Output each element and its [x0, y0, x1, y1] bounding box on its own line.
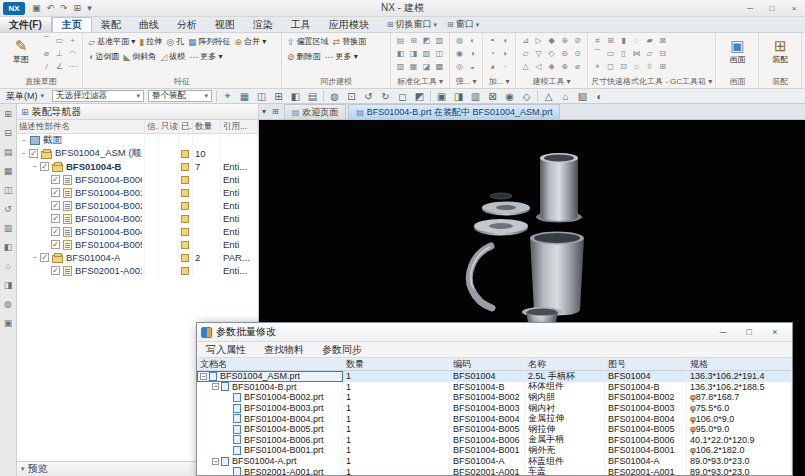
- navigator-column-header-5[interactable]: 引用...: [221, 120, 258, 133]
- constraint-navigator-icon[interactable]: ⊟: [2, 126, 15, 139]
- ribbon-button-delete-face[interactable]: ⊘删除面: [285, 49, 323, 64]
- ribbon-small-tool-standard-tools-10[interactable]: ◫: [433, 47, 446, 60]
- ribbon-small-tool-modeling-tools-3[interactable]: ▷: [532, 34, 545, 47]
- component-checkbox[interactable]: ✓: [51, 175, 60, 184]
- ribbon-small-tool-modeling-tools-6[interactable]: ◆: [545, 34, 558, 47]
- ribbon-small-tool-gc-dimension-tools-3[interactable]: ⊞: [604, 34, 617, 47]
- ribbon-small-tool-gc-dimension-tools-4[interactable]: ▭: [604, 47, 617, 60]
- minimize-button[interactable]: ─: [739, 1, 761, 16]
- layout-icon[interactable]: ⊞: [270, 91, 287, 102]
- ribbon-small-tool-gc-dimension-tools-16[interactable]: ⊟: [656, 47, 669, 60]
- rotate-view-icon[interactable]: ↻: [377, 91, 394, 102]
- ribbon-small-tool-gc-dimension-tools-0[interactable]: #: [591, 34, 604, 47]
- ribbon-small-tool-gc-dimension-tools-15[interactable]: ⊠: [656, 34, 669, 47]
- dialog-maximize-button[interactable]: □: [736, 324, 762, 340]
- ribbon-small-tool-modeling-tools-9[interactable]: ⊕: [558, 34, 571, 47]
- ribbon-small-tool-modeling-tools-5[interactable]: ◁: [532, 60, 545, 73]
- ribbon-tab-render[interactable]: 渲染: [244, 17, 282, 32]
- ribbon-small-tool-gc-dimension-tools-10[interactable]: ⋈: [630, 47, 643, 60]
- ribbon-small-tool-modeling-tools-12[interactable]: ⊘: [571, 34, 584, 47]
- ribbon-small-tool-direct-sketch-8[interactable]: ⋯: [66, 60, 79, 73]
- ribbon-tab-application[interactable]: 应用模块: [320, 17, 378, 32]
- hd3d-tools-icon[interactable]: ◨: [2, 278, 15, 291]
- navigator-column-header-0[interactable]: 描述性部件名: [17, 120, 145, 133]
- doc-name-cell[interactable]: BFS01004-B002.prt: [197, 392, 343, 403]
- ribbon-small-tool-standard-tools-3[interactable]: ⊞: [407, 34, 420, 47]
- doc-name-cell[interactable]: −BFS01004-A.prt: [197, 456, 343, 467]
- expander-icon[interactable]: −: [212, 383, 219, 390]
- ribbon-small-tool-modeling-tools-7[interactable]: ◇: [545, 47, 558, 60]
- tree-row[interactable]: ✓BFS02001-A001Enti...: [17, 264, 258, 277]
- tabbar-tool-window[interactable]: ⊞窗口▾: [442, 18, 484, 31]
- ribbon-small-tool-modeling-tools-1[interactable]: ▱: [519, 47, 532, 60]
- document-tab-bfs01004-b-prt[interactable]: ▤BFS01004-B.prt 在装配中 BFS01004_ASM.prt: [348, 104, 560, 119]
- ribbon-small-tool-standard-tools-11[interactable]: ▩: [433, 60, 446, 73]
- dialog-table-row[interactable]: −BFS01004-B.prt1BFS01004-B杯体组件BFS01004-B…: [197, 382, 792, 393]
- ribbon-small-tool-direct-sketch-1[interactable]: ⌀: [40, 47, 53, 60]
- ribbon-tab-analysis[interactable]: 分析: [168, 17, 206, 32]
- ribbon-button-extrude[interactable]: ▮拉伸: [137, 34, 164, 49]
- tree-row[interactable]: −截面: [17, 134, 258, 147]
- selection-filter-combo[interactable]: 无选择过滤器 ▾: [52, 90, 144, 102]
- dialog-table-row[interactable]: BFS01004-B001.prt1BFS01004-B001钢外壳BFS010…: [197, 445, 792, 456]
- roles-icon[interactable]: ◍: [2, 297, 15, 310]
- document-tab-welcome[interactable]: ▤欢迎页面: [284, 104, 347, 119]
- ribbon-small-tool-gc-dimension-tools-7[interactable]: ▯: [617, 47, 630, 60]
- history-icon[interactable]: ↺: [2, 202, 15, 215]
- iso-view-icon[interactable]: ▥: [467, 91, 484, 102]
- ribbon-tab-curve[interactable]: 曲线: [130, 17, 168, 32]
- tree-row[interactable]: ✓BFS01004-B005Enti: [17, 238, 258, 251]
- dialog-column-header-4[interactable]: 图号: [605, 358, 687, 370]
- tree-row[interactable]: ✓BFS01004-B004Enti: [17, 225, 258, 238]
- model-inner-liner[interactable]: [536, 153, 582, 223]
- ribbon-small-tool-standard-tools-5[interactable]: ▦: [407, 60, 420, 73]
- ribbon-tab-tools[interactable]: 工具: [282, 17, 320, 32]
- show-hide-icon[interactable]: ◉: [501, 91, 518, 102]
- ribbon-small-tool-machining-prep-5[interactable]: ◦: [499, 60, 512, 73]
- dialog-close-button[interactable]: ×: [762, 324, 788, 340]
- component-checkbox[interactable]: ✓: [51, 188, 60, 197]
- front-view-icon[interactable]: ▣: [433, 91, 450, 102]
- ribbon-small-tool-gc-dimension-tools-5[interactable]: ◻: [604, 60, 617, 73]
- ribbon-small-tool-gc-dimension-tools-9[interactable]: ◌: [630, 34, 643, 47]
- ribbon-small-tool-direct-sketch-6[interactable]: +: [66, 34, 79, 47]
- doc-name-cell[interactable]: BFS01004-B005.prt: [197, 424, 343, 435]
- web-browser-icon[interactable]: ⌂: [2, 259, 15, 272]
- ribbon-small-tool-spring-tools-0[interactable]: ◍: [453, 34, 466, 47]
- expander-icon[interactable]: −: [200, 373, 207, 380]
- dialog-column-header-2[interactable]: 编码: [450, 358, 525, 370]
- ribbon-small-tool-direct-sketch-0[interactable]: ⌒: [40, 34, 53, 47]
- ribbon-small-tool-standard-tools-2[interactable]: ▥: [394, 60, 407, 73]
- tree-row[interactable]: ✓BFS01004-B003Enti: [17, 212, 258, 225]
- ribbon-tab-file[interactable]: 文件(F): [0, 17, 52, 32]
- component-checkbox[interactable]: ✓: [29, 149, 38, 158]
- ribbon-button-screen[interactable]: ▣画面: [719, 34, 755, 65]
- zoom-view-icon[interactable]: ◩: [411, 91, 428, 102]
- dialog-table-row[interactable]: BFS01004-B006.prt1BFS01004-B006金属手柄BFS01…: [197, 435, 792, 446]
- undo-icon[interactable]: ↶: [44, 1, 58, 16]
- window-split-icon[interactable]: ◫: [253, 91, 270, 102]
- component-checkbox[interactable]: ✓: [40, 253, 49, 262]
- navigator-column-header-3[interactable]: 已...: [179, 120, 193, 133]
- snap-point-icon[interactable]: ⌖: [219, 90, 236, 102]
- doc-name-cell[interactable]: −BFS01004_ASM.prt: [197, 371, 343, 382]
- ribbon-small-tool-direct-sketch-4[interactable]: ⊥: [53, 47, 66, 60]
- component-checkbox[interactable]: ✓: [51, 240, 60, 249]
- expander-icon[interactable]: −: [30, 254, 39, 261]
- ribbon-small-tool-modeling-tools-4[interactable]: ▽: [532, 47, 545, 60]
- doc-name-cell[interactable]: BFS01004-B003.prt: [197, 403, 343, 414]
- expander-icon[interactable]: −: [212, 458, 219, 465]
- new-tab-icon[interactable]: ⊞: [269, 107, 282, 116]
- process-navigator-icon[interactable]: ▥: [2, 221, 15, 234]
- measure-icon[interactable]: ◇: [518, 91, 535, 102]
- ribbon-small-tool-gc-dimension-tools-12[interactable]: ▰: [643, 34, 656, 47]
- ribbon-small-tool-gc-dimension-tools-1[interactable]: ⌒: [591, 47, 604, 60]
- tab-list-icon[interactable]: ▾: [259, 107, 269, 116]
- dialog-table-row[interactable]: BFS01004-B003.prt1BFS01004-B003钢内衬BFS010…: [197, 403, 792, 414]
- top-view-icon[interactable]: ◨: [450, 91, 467, 102]
- expander-icon[interactable]: −: [30, 163, 39, 170]
- ribbon-button-pattern-feature[interactable]: ▦阵列特征: [186, 34, 233, 49]
- reuse-library-icon[interactable]: ▦: [2, 164, 15, 177]
- maximize-button[interactable]: □: [761, 1, 783, 16]
- touch-mode-icon[interactable]: ▣: [2, 316, 15, 329]
